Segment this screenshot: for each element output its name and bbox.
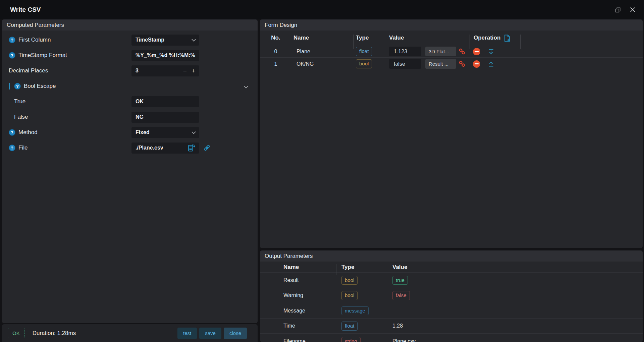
field-label: ?First Column (9, 37, 51, 43)
output-header-row: Name Type Value (260, 262, 643, 273)
status-buttons: testsaveclose (177, 328, 247, 339)
field-row-decimal-places: Decimal Places3−+ (2, 63, 258, 78)
close-button[interactable]: close (224, 328, 247, 339)
output-row-filename: FilenamestringPlane.csv (260, 334, 643, 342)
file-input[interactable]: ./Plane.csv (131, 142, 199, 154)
value-text: 1.28 (392, 323, 403, 329)
input-value: OK (136, 99, 144, 105)
cell-type: bool (356, 58, 372, 70)
form-design-row-0: 0Planefloat1.1233D Flat... (260, 45, 643, 58)
arrow-glyph (488, 61, 494, 67)
field-label-text: TimeStamp Format (18, 52, 67, 59)
type-tag: bool (356, 59, 372, 68)
cell-name: Plane (297, 45, 310, 58)
help-icon[interactable]: ? (9, 129, 15, 136)
field-row-method: ?MethodFixed (2, 125, 258, 140)
form-design-body: No. Name Type Value Operation 0Planefloa… (260, 31, 643, 248)
unlink-icon[interactable] (458, 45, 466, 58)
form-design-row-1: 1OK/NGboolfalseResult ... (260, 58, 643, 70)
arrow-glyph (488, 48, 494, 55)
field-label: False (14, 114, 28, 120)
cell-type: bool (341, 288, 358, 303)
plus-icon[interactable]: + (192, 68, 195, 74)
output-row-message: Messagemessage (260, 303, 643, 319)
decimal-places-stepper[interactable]: 3−+ (131, 65, 199, 76)
value-tag: true (392, 276, 408, 285)
form-design-header-row: No. Name Type Value Operation (260, 31, 643, 45)
minus-circle-glyph (473, 60, 480, 68)
output-row-result: Resultbooltrue (260, 273, 643, 288)
false-input[interactable]: NG (131, 112, 199, 123)
true-input[interactable]: OK (131, 96, 199, 107)
cell-name: Result (283, 273, 299, 288)
field-row-first-column: ?First ColumnTimeStamp (2, 32, 258, 48)
cell-type: float (341, 319, 358, 334)
field-label-text: File (18, 145, 28, 151)
cell-type: string (341, 334, 361, 342)
type-tag: float (356, 47, 372, 56)
chevron-down-icon (192, 130, 196, 134)
value-input[interactable]: false (389, 59, 421, 69)
broken-chain-glyph (458, 60, 466, 68)
column-header-value: Value (392, 262, 407, 273)
cell-name: Time (283, 319, 295, 334)
column-header-value: Value (389, 31, 404, 45)
value-input[interactable]: 1.123 (389, 47, 421, 56)
field-label-text: Bool Escape (24, 83, 56, 90)
field-row-timestamp-format: ?TimeStamp Format%Y_%m_%d %H:%M:%S (2, 48, 258, 63)
field-label: ?TimeStamp Format (9, 52, 67, 59)
cell-name: Warning (283, 288, 303, 303)
cell-type: bool (341, 273, 358, 288)
cell-value: 1.28 (392, 319, 403, 334)
save-button[interactable]: save (199, 328, 221, 339)
unlink-icon[interactable] (458, 58, 466, 70)
add-row-icon[interactable] (504, 31, 511, 45)
form-design-rows: 0Planefloat1.1233D Flat...1OK/NGboolfals… (260, 45, 643, 70)
restore-window-icon[interactable] (613, 5, 623, 14)
value-source-select[interactable]: 3D Flat... (425, 47, 456, 56)
computed-parameters-panel: Computed Parameters ?First ColumnTimeSta… (2, 19, 258, 323)
field-label: True (14, 98, 25, 105)
broken-chain-glyph (458, 48, 466, 55)
bind-link-icon[interactable] (203, 144, 211, 152)
minus-icon[interactable]: − (183, 68, 187, 74)
help-icon[interactable]: ? (14, 83, 21, 90)
input-value: ./Plane.csv (136, 145, 163, 151)
remove-row-icon[interactable] (473, 58, 480, 70)
file-dialog-icon[interactable] (187, 144, 195, 152)
field-label-text: True (14, 98, 25, 105)
field-row-bool-escape: ?Bool Escape (2, 78, 258, 94)
field-label: ?Bool Escape (9, 83, 56, 90)
move-down-icon[interactable] (488, 45, 494, 58)
window-controls (613, 5, 637, 14)
timestamp-format-input[interactable]: %Y_%m_%d %H:%M:%S (131, 50, 199, 61)
column-header-name: Name (283, 262, 299, 273)
collapse-chevron-icon[interactable] (244, 84, 248, 89)
type-tag: bool (341, 291, 358, 300)
test-button[interactable]: test (177, 328, 197, 339)
method-select[interactable]: Fixed (131, 127, 199, 138)
remove-row-icon[interactable] (473, 45, 480, 58)
column-header-type: Type (356, 31, 369, 45)
cell-value: true (392, 273, 408, 288)
value-source-select[interactable]: Result ... (425, 59, 456, 69)
help-icon[interactable]: ? (9, 145, 15, 151)
close-window-icon[interactable] (628, 5, 637, 14)
type-tag: bool (341, 276, 358, 285)
column-header-type: Type (341, 262, 354, 273)
move-up-icon[interactable] (488, 58, 494, 70)
output-parameters-body: Name Type Value ResultbooltrueWarningboo… (260, 262, 643, 342)
duration-text: Duration: 1.28ms (33, 330, 76, 337)
value-text: Plane.csv (392, 338, 416, 342)
computed-parameters-body: ?First ColumnTimeStamp?TimeStamp Format%… (2, 31, 258, 323)
column-header-name: Name (293, 31, 309, 45)
computed-parameters-title: Computed Parameters (2, 19, 258, 31)
help-icon[interactable]: ? (9, 37, 15, 43)
help-icon[interactable]: ? (9, 52, 15, 59)
cell-type: float (356, 45, 372, 58)
form-design-title: Form Design (260, 19, 643, 31)
cell-name: Filename (283, 334, 306, 342)
form-design-panel: Form Design No. Name Type Value Operatio… (260, 19, 643, 248)
type-tag: string (341, 337, 361, 342)
first-column-select[interactable]: TimeStamp (131, 35, 199, 46)
